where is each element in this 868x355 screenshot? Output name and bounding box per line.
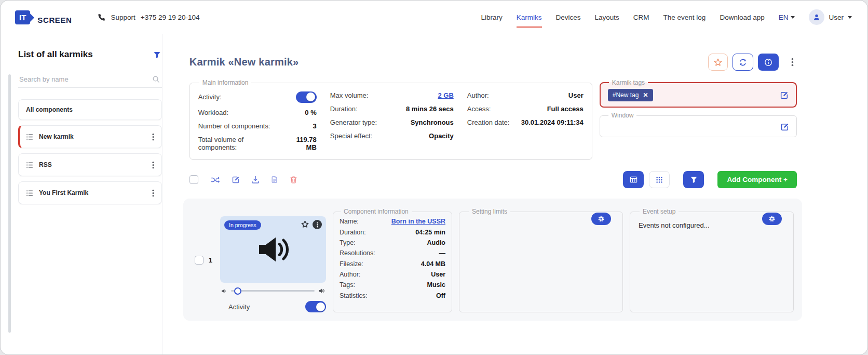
language-label: EN [779,14,789,21]
filter-button[interactable] [683,171,704,188]
field-author: Author: User [467,88,584,102]
kebab-menu-icon[interactable] [150,131,156,143]
support-phone-number[interactable]: +375 29 19 20-104 [141,14,200,21]
nav-item-karmiks[interactable]: Karmiks [517,9,542,25]
field-label: Total volume of components: [198,136,284,151]
field-label: Name: [340,218,359,225]
volume-low-icon[interactable] [221,288,227,294]
download-icon[interactable] [251,176,260,184]
field-value: User [431,271,445,278]
field-label: Tags: [340,281,355,288]
nav-item-library[interactable]: Library [481,9,502,25]
karmik-tags-legend: Karmik tags [609,79,648,86]
user-menu[interactable]: User [809,9,852,25]
list-icon [26,189,34,197]
gear-icon [598,215,605,222]
volume-high-icon[interactable] [318,287,325,294]
select-all-checkbox[interactable] [189,175,198,184]
user-label: User [829,14,844,21]
components-toolbar: Add Component + [189,171,797,188]
field-resolutions: Resolutions: — [340,248,445,258]
vertical-scrollbar[interactable] [8,74,11,333]
search-input[interactable] [18,71,162,88]
info-button[interactable] [758,54,779,71]
field-type: Type: Audio [340,238,445,248]
component-name-link[interactable]: Born in the USSR [391,218,445,225]
tag-chip[interactable]: #New tag ✕ [608,89,653,101]
grid-view-button[interactable] [649,171,670,188]
main-information-fieldset: Main information Activity: Workload: 0 % [189,79,592,160]
trash-icon[interactable] [290,176,297,184]
field-duration: Duration: 04:25 min [340,227,445,237]
more-options-button[interactable] [788,54,797,71]
volume-slider-knob[interactable] [234,287,241,295]
sidebar-item-new-karmik[interactable]: New karmik [18,125,162,148]
component-media: In progress [220,208,326,312]
table-view-button[interactable] [623,171,644,188]
field-label: Creation date: [467,119,510,126]
sidebar-item-all-components[interactable]: All components [18,99,162,120]
limits-settings-button[interactable] [591,213,611,225]
field-tags: Tags: Music [340,280,445,290]
logo-arrow-icon [30,13,34,22]
field-generator-type: Generator type: Synchronous [330,115,454,129]
volume-slider-track[interactable] [231,290,315,292]
activity-label: Activity [228,303,250,311]
nav-item-crm[interactable]: CRM [633,9,649,25]
kebab-menu-icon[interactable] [150,187,156,199]
edit-tags-icon[interactable] [780,91,789,100]
nav-item-download-app[interactable]: Download app [720,9,764,25]
toggle-knob [316,303,325,311]
field-label: Generator type: [330,119,377,126]
field-label: Type: [340,239,356,246]
events-settings-button[interactable] [762,213,782,225]
kebab-menu-icon [791,58,794,67]
sidebar-item-you-first-karmik[interactable]: You First Karmik [18,181,162,204]
refresh-icon [739,58,747,67]
window-fieldset: Window [600,112,797,137]
edit-window-icon[interactable] [780,123,789,132]
shuffle-icon[interactable] [211,176,220,184]
field-duration: Duration: 8 mins 26 secs [330,102,454,115]
support-label[interactable]: Support [111,14,135,21]
filter-icon[interactable] [153,51,161,59]
add-component-button[interactable]: Add Component + [717,171,797,188]
field-value: Off [436,292,445,299]
components-panel: 1 In progress [183,199,802,321]
language-selector[interactable]: EN [779,14,795,21]
activity-toggle[interactable] [296,91,317,103]
field-special-effect: Special effect: Opacity [330,129,454,142]
app-logo[interactable]: IT SCREEN [15,10,72,24]
field-label: Statistics: [340,292,368,299]
favorite-button[interactable] [708,54,728,71]
nav-item-devices[interactable]: Devices [556,9,581,25]
component-thumbnail[interactable]: In progress [220,216,326,283]
component-activity-toggle[interactable] [305,301,326,312]
field-label: Resolutions: [340,249,375,257]
field-value: User [568,91,584,99]
logo-mark: IT [15,10,30,24]
user-icon [812,13,821,21]
max-volume-link[interactable]: 2 GB [438,91,453,99]
nav-item-event-log[interactable]: The event log [663,9,706,25]
field-author: Author: User [340,269,445,280]
field-label: Duration: [330,105,358,113]
volume-slider [220,287,326,294]
sidebar-item-rss[interactable]: RSS [18,153,162,176]
table-icon [630,176,638,183]
file-icon[interactable] [271,176,278,183]
field-value: Opacity [429,132,454,140]
refresh-button[interactable] [733,54,753,71]
field-label: Max volume: [330,91,369,99]
nav-item-layouts[interactable]: Layouts [595,9,619,25]
component-row: 1 In progress [192,208,794,312]
dots-grid-icon [656,176,663,183]
filter-icon [690,176,698,183]
component-checkbox[interactable] [195,256,204,265]
remove-tag-icon[interactable]: ✕ [643,92,648,98]
field-value: 04:25 min [415,229,445,236]
edit-icon[interactable] [232,176,240,184]
kebab-menu-icon[interactable] [150,159,156,171]
info-icon [764,58,772,67]
field-value: Audio [427,239,445,246]
